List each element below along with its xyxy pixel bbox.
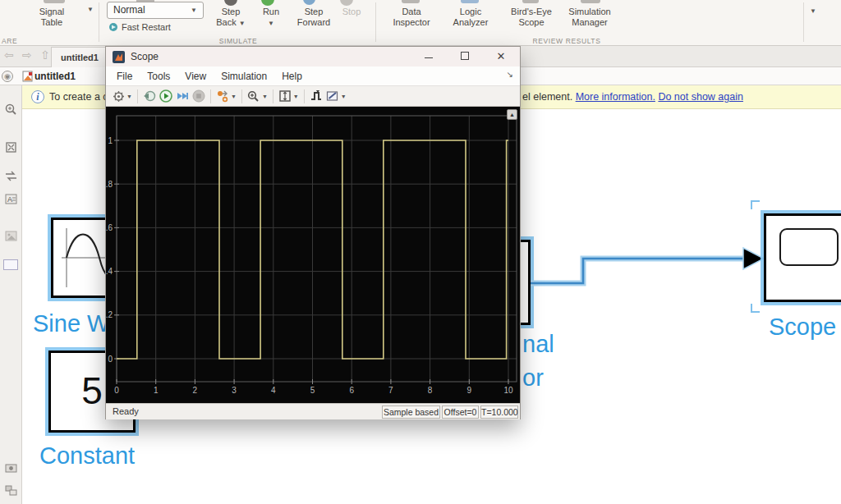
step-forward-icon: [303, 0, 315, 5]
tab-untitled1[interactable]: untitled1: [51, 47, 108, 67]
more-information-link[interactable]: More information.: [576, 91, 655, 103]
scale-axes-caret-icon[interactable]: ▼: [293, 94, 299, 99]
run-icon: [261, 0, 274, 6]
hide-explorer-icon[interactable]: ◉: [2, 71, 13, 82]
fit-to-view-icon[interactable]: [5, 141, 17, 153]
subsystem-icon[interactable]: [5, 484, 17, 497]
settings-caret-icon[interactable]: ▼: [126, 94, 132, 99]
run-label: Run: [263, 7, 279, 16]
signal-generator-label-fragment-1[interactable]: nal: [522, 331, 554, 358]
notification-text-right: el element. More information. Do not sho…: [522, 91, 743, 103]
scope-plot-area: 01234567891000.20.40.60.81 ▲: [106, 107, 520, 403]
signal-wire[interactable]: [531, 259, 745, 283]
stop-button[interactable]: Stop: [335, 7, 368, 17]
wire-arrowhead-icon: [743, 248, 764, 269]
area-box-icon[interactable]: [3, 259, 18, 270]
breadcrumb-model-name[interactable]: untitled1: [34, 71, 76, 82]
sine-wave-block-label[interactable]: Sine W: [33, 310, 109, 337]
maximize-icon: [461, 52, 469, 60]
scale-axes-icon[interactable]: [278, 89, 292, 103]
menu-view[interactable]: View: [177, 71, 214, 82]
settings-gear-icon[interactable]: [111, 89, 126, 103]
scope-block[interactable]: [764, 213, 841, 302]
menu-help[interactable]: Help: [274, 71, 310, 82]
svg-text:0.6: 0.6: [106, 223, 113, 232]
menu-simulation[interactable]: Simulation: [214, 71, 274, 82]
stepping-options-icon[interactable]: [215, 89, 230, 103]
ribbon-overflow-caret-icon[interactable]: ▼: [810, 7, 816, 15]
step-forward-label-2: Forward: [297, 17, 330, 27]
step-back-label-1: Step: [222, 7, 241, 16]
data-inspector-button[interactable]: Data Inspector: [388, 7, 435, 28]
data-inspector-label-1: Data: [402, 7, 420, 16]
measurements-icon[interactable]: [325, 89, 340, 103]
nav-back-icon[interactable]: ⇦: [4, 48, 14, 62]
simulation-mode-dropdown[interactable]: Normal ▼: [107, 2, 204, 19]
data-inspector-icon: [402, 0, 420, 3]
svg-text:0.8: 0.8: [106, 180, 113, 189]
measurements-caret-icon[interactable]: ▼: [341, 94, 347, 99]
image-icon[interactable]: [5, 230, 17, 242]
logic-analyzer-icon: [461, 0, 479, 3]
birds-eye-scope-button[interactable]: Bird's-Eye Scope: [504, 7, 558, 28]
menu-tools[interactable]: Tools: [140, 71, 177, 82]
status-sample-mode: Sample based: [382, 405, 440, 419]
nav-up-icon[interactable]: ⇧: [40, 48, 50, 62]
section-prepare-label: ARE: [2, 37, 26, 45]
constant-block-label[interactable]: Constant: [39, 442, 135, 470]
ribbon-toolstrip: Signal Table ▼ Normal ▼ Fast Restart Ste…: [0, 0, 841, 46]
svg-text:7: 7: [388, 386, 393, 395]
zoom-caret-icon[interactable]: ▼: [262, 94, 268, 99]
svg-text:0: 0: [114, 386, 119, 395]
scope-block-label[interactable]: Scope: [769, 314, 836, 341]
simulation-manager-button[interactable]: Simulation Manager: [562, 7, 618, 28]
section-simulate-label: SIMULATE: [209, 37, 267, 45]
step-forward-button[interactable]: Step Forward: [291, 7, 337, 28]
minimize-button[interactable]: [416, 47, 441, 66]
fast-restart-button[interactable]: Fast Restart: [108, 22, 199, 33]
camera-icon[interactable]: [5, 462, 17, 474]
maximize-button[interactable]: [453, 47, 477, 66]
signal-table-button[interactable]: Signal Table: [23, 7, 80, 28]
step-forward-icon[interactable]: [175, 89, 190, 103]
run-icon[interactable]: [159, 89, 173, 103]
birds-eye-label-2: Scope: [518, 17, 544, 27]
simulation-mode-value: Normal: [113, 4, 145, 16]
status-time: T=10.000: [480, 405, 518, 419]
editor-palette: A: [0, 85, 22, 504]
scope-toolbar: ▼ ▼ ▼ ▼ ▼: [106, 86, 520, 107]
svg-text:6: 6: [349, 386, 354, 395]
step-back-button[interactable]: Step Back ▼: [209, 7, 252, 29]
stop-icon[interactable]: [191, 89, 206, 103]
nav-forward-icon[interactable]: ⇨: [22, 48, 32, 62]
swap-arrows-icon[interactable]: [5, 170, 17, 182]
run-button[interactable]: Run ▼: [255, 7, 287, 29]
zoom-in-icon[interactable]: [5, 103, 17, 116]
step-back-icon[interactable]: [142, 89, 157, 103]
scope-window-titlebar[interactable]: Scope ✕: [106, 47, 520, 66]
stepping-caret-icon[interactable]: ▼: [231, 94, 237, 99]
scope-window: Scope ✕ File Tools View Simulation Help …: [105, 46, 521, 419]
run-caret-icon: ▼: [268, 20, 274, 27]
menu-file[interactable]: File: [109, 71, 140, 82]
signal-table-icon: [44, 0, 65, 3]
trigger-icon[interactable]: [309, 89, 324, 103]
simulation-manager-label-1: Simulation: [568, 7, 610, 16]
logic-analyzer-label-2: Analyzer: [453, 17, 489, 27]
signal-table-caret-icon[interactable]: ▼: [87, 6, 94, 13]
svg-text:3: 3: [232, 386, 237, 395]
maximize-axes-icon[interactable]: ▲: [507, 109, 517, 120]
svg-text:1: 1: [108, 136, 113, 145]
do-not-show-again-link[interactable]: Do not show again: [658, 91, 743, 103]
annotation-icon[interactable]: A: [5, 193, 17, 205]
scope-screen-glyph-icon: [779, 228, 839, 266]
fast-restart-label: Fast Restart: [122, 22, 171, 32]
signal-generator-label-fragment-2[interactable]: or: [522, 364, 544, 392]
svg-text:5: 5: [310, 386, 315, 395]
zoom-icon[interactable]: [246, 89, 261, 103]
scope-window-title: Scope: [131, 51, 159, 62]
logic-analyzer-label-1: Logic: [460, 7, 481, 16]
dock-arrow-icon[interactable]: ↘: [507, 70, 513, 79]
logic-analyzer-button[interactable]: Logic Analyzer: [447, 7, 494, 28]
close-button[interactable]: ✕: [489, 47, 513, 66]
